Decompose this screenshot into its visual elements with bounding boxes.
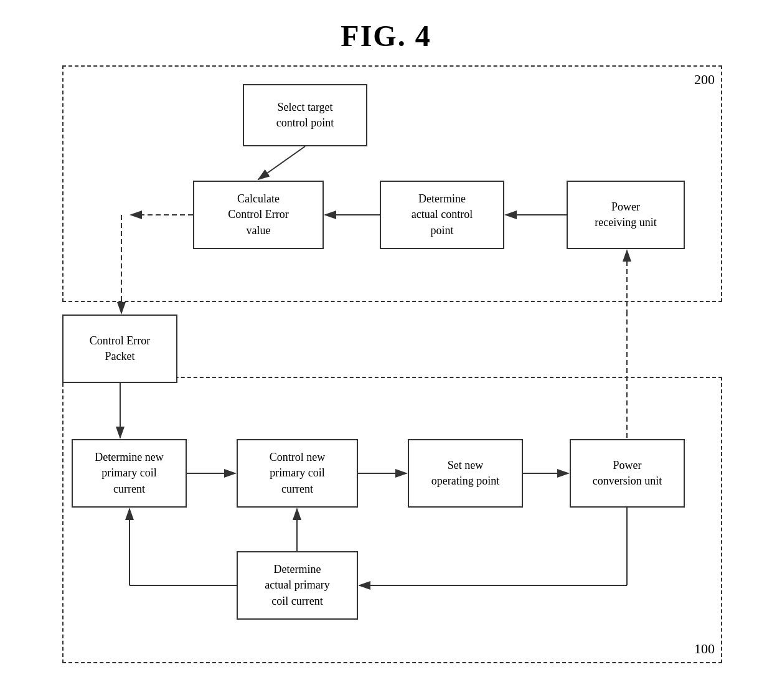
region-100: 100 — [62, 377, 722, 663]
power-conversion-unit-box: Power conversion unit — [570, 439, 685, 508]
control-new-primary-coil-current-box: Control new primary coil current — [237, 439, 358, 508]
power-receiving-unit-box: Power receiving unit — [567, 181, 685, 249]
select-target-control-point-box: Select target control point — [243, 84, 367, 146]
determine-new-primary-coil-current-box: Determine new primary coil current — [72, 439, 187, 508]
page-title: FIG. 4 — [0, 0, 772, 65]
region-100-label: 100 — [694, 641, 715, 657]
set-new-operating-point-box: Set new operating point — [408, 439, 523, 508]
determine-actual-control-point-box: Determine actual control point — [380, 181, 504, 249]
determine-actual-primary-coil-current-box: Determine actual primary coil current — [237, 551, 358, 620]
region-200-label: 200 — [694, 72, 715, 88]
calculate-control-error-value-box: Calculate Control Error value — [193, 181, 324, 249]
control-error-packet-box: Control Error Packet — [62, 315, 177, 383]
